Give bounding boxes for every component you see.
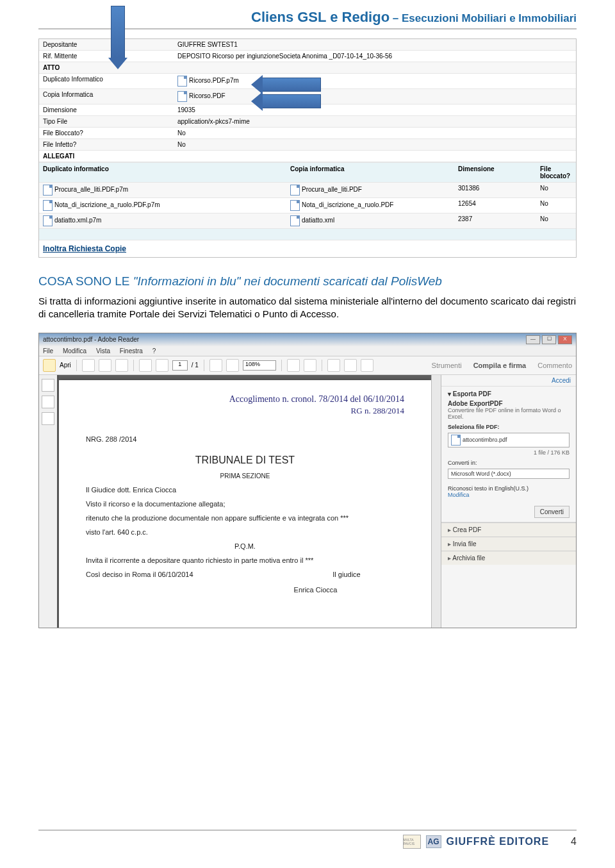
tab-tools[interactable]: Strumenti [432,362,462,369]
doc-signature: Enrica Ciocca [227,586,404,594]
table-row: Procura_alle_liti.PDF.p7mProcura_alle_li… [39,183,576,198]
export-desc: Convertire file PDF online in formato Wo… [448,407,570,420]
col-header: Copia informatica [286,163,454,182]
doc-p4: visto l'art. 640 c.p.c. [86,528,404,536]
open-label[interactable]: Apri [60,362,71,369]
page-input[interactable]: 1 [172,360,188,371]
detail-value [174,62,576,73]
pdf-icon [177,76,187,87]
screenshot-details-table: DepositanteGIUFFRE SWTEST1Rif. MittenteD… [38,38,577,258]
tool-icon[interactable] [287,359,300,372]
archive-file-link[interactable]: Archivia file [441,551,576,565]
detail-value: No [174,128,576,138]
detail-label: Depositante [39,39,174,50]
file-count: 1 file / 176 KB [448,449,570,456]
attachments-icon[interactable] [42,412,54,425]
doc-p3: ritenuto che la produzione documentale n… [86,514,404,522]
side-panel: Accedi ▾ Esporta PDF Adobe ExportPDF Con… [441,375,576,628]
convert-button[interactable]: Converti [534,506,570,518]
scrollbar[interactable] [431,375,441,628]
detail-value [174,151,576,162]
document-area: Accoglimento n. cronol. 78/2014 del 06/1… [59,375,431,628]
zoom-out-icon[interactable] [209,359,222,372]
detail-label: Dimensione [39,104,174,115]
detail-label: File Infetto? [39,139,174,150]
pdf-icon [290,200,300,211]
left-toolbar [39,375,59,628]
select-file-label: Seleziona file PDF: [448,424,570,430]
table-row: datiatto.xml.p7mdatiatto.xml2387No [39,213,576,229]
col-header: Duplicato informatico [39,163,286,182]
doc-p5: Invita il ricorrente a depositare quanto… [86,556,404,564]
section-paragraph: Si tratta di informazioni aggiuntive ins… [38,295,577,321]
tab-comment[interactable]: Commento [537,362,572,369]
page-up-icon[interactable] [139,359,152,372]
menu-window[interactable]: Finestra [120,347,143,355]
window-buttons: — ☐ X [526,335,572,344]
send-file-link[interactable]: Invia file [441,537,576,551]
doc-p6b: Il giudice [289,571,404,578]
tab-fill-sign[interactable]: Compila e firma [473,362,527,369]
maximize-button[interactable]: ☐ [542,335,556,344]
page-number: 4 [571,836,577,847]
save-icon[interactable] [82,359,95,372]
arrow-left-icon [262,94,321,108]
page-footer: MVLTA PAVCIS AG GIUFFRÈ EDITORE 4 [38,830,577,849]
table-row: Nota_di_iscrizione_a_ruolo.PDF.p7mNota_d… [39,198,576,213]
brand: Cliens GSL e Redigo [251,9,390,25]
detail-value: DEPOSITO Ricorso per ingiunzioneSocieta … [174,51,576,62]
menu-file[interactable]: File [43,347,53,355]
detail-value: Ricorso.PDF [174,89,576,104]
pdf-icon [290,185,300,196]
logo-square: MVLTA PAVCIS [403,835,421,849]
page-total: / 1 [192,362,199,369]
page-down-icon[interactable] [156,359,168,372]
window-title: attocontimbro.pdf - Adobe Reader [43,336,139,343]
arrow-left-icon [262,78,321,92]
menu-view[interactable]: Vista [96,347,110,355]
zoom-in-icon[interactable] [226,359,239,372]
detail-label: File Bloccato? [39,128,174,138]
menubar: File Modifica Vista Finestra ? [39,346,576,356]
header-subtitle: – Esecuzioni Mobiliari e Immobiliari [390,12,577,24]
doc-court: TRIBUNALE DI TEST [86,455,404,466]
doc-section: PRIMA SEZIONE [86,472,404,480]
convert-select[interactable]: Microsoft Word (*.docx) [448,469,570,479]
pdf-icon [290,215,300,226]
menu-edit[interactable]: Modifica [63,347,86,355]
pdf-icon [43,185,53,196]
title-post: nei documenti scaricati dal PolisWeb [241,274,442,288]
arrow-down-icon [111,6,125,58]
minimize-button[interactable]: — [526,335,540,344]
stamp-line1: Accoglimento n. cronol. 78/2014 del 06/1… [86,394,404,405]
pdf-icon [451,435,461,446]
detail-label: Rif. Mittente [39,51,174,62]
selected-file: attocontimbro.pdf [463,436,507,442]
detail-value: No [174,139,576,150]
create-pdf-link[interactable]: Crea PDF [441,522,576,537]
detail-label: Duplicato Informatico [39,74,174,88]
folder-icon[interactable] [43,359,56,372]
print-icon[interactable] [99,359,111,372]
modify-link[interactable]: Modifica [448,492,570,498]
tool-icon[interactable] [361,359,373,372]
menu-help[interactable]: ? [152,347,156,355]
logo-ag: AG [426,835,441,848]
attachments-table-header: Duplicato informatico Copia informatica … [39,162,576,183]
doc-nrg: NRG. 288 /2014 [86,435,404,443]
detail-value: application/x-pkcs7-mime [174,116,576,127]
request-copies-link[interactable]: Inoltra Richiesta Copie [39,240,576,257]
sign-icon[interactable] [344,359,357,372]
mail-icon[interactable] [115,359,128,372]
zoom-input[interactable]: 108% [243,360,276,371]
detail-label: ALLEGATI [39,151,174,162]
pdf-icon [43,200,53,211]
recognize-text: Riconosci testo in English(U.S.) [448,485,570,492]
tool-icon[interactable] [304,359,316,372]
close-button[interactable]: X [558,335,572,344]
export-title[interactable]: Esporta PDF [453,390,491,397]
bookmarks-icon[interactable] [42,396,54,408]
comment-icon[interactable] [327,359,340,372]
login-link[interactable]: Accedi [552,377,571,384]
thumbnails-icon[interactable] [42,379,54,392]
